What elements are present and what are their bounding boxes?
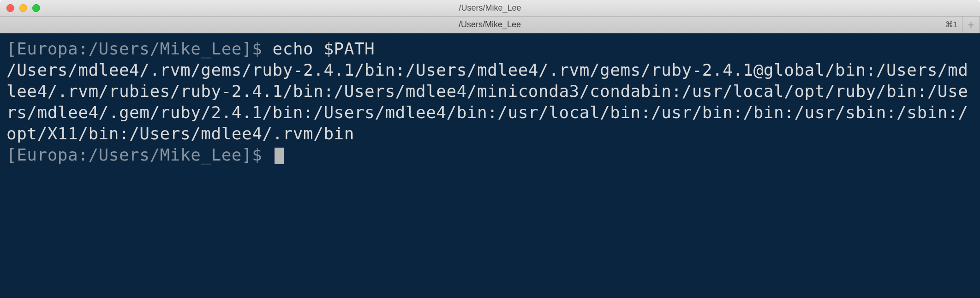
terminal-content[interactable]: [Europa:/Users/Mike_Lee]$ echo $PATH /Us… bbox=[0, 33, 980, 298]
prompt-text: [Europa:/Users/Mike_Lee]$ bbox=[6, 39, 273, 58]
close-button[interactable] bbox=[6, 4, 14, 12]
terminal-window: /Users/Mike_Lee /Users/Mike_Lee ⌘1 + [Eu… bbox=[0, 0, 980, 298]
tab-label: /Users/Mike_Lee bbox=[459, 20, 521, 30]
cursor-block bbox=[275, 148, 284, 164]
tab-right-controls: ⌘1 + bbox=[945, 17, 980, 33]
window-title: /Users/Mike_Lee bbox=[0, 3, 980, 13]
plus-icon: + bbox=[968, 18, 974, 31]
prompt-text-2: [Europa:/Users/Mike_Lee]$ bbox=[6, 145, 273, 164]
tab-active[interactable]: /Users/Mike_Lee ⌘1 + bbox=[0, 17, 980, 33]
tab-shortcut-label: ⌘1 bbox=[945, 20, 957, 30]
maximize-button[interactable] bbox=[32, 4, 40, 12]
command-text: echo $PATH bbox=[273, 39, 375, 58]
minimize-button[interactable] bbox=[19, 4, 27, 12]
terminal-line-prompt: [Europa:/Users/Mike_Lee]$ bbox=[6, 144, 974, 166]
traffic-lights bbox=[6, 4, 40, 12]
terminal-line-command: [Europa:/Users/Mike_Lee]$ echo $PATH bbox=[6, 38, 974, 60]
window-titlebar[interactable]: /Users/Mike_Lee bbox=[0, 0, 980, 17]
terminal-line-output: /Users/mdlee4/.rvm/gems/ruby-2.4.1/bin:/… bbox=[6, 60, 974, 144]
tab-bar: /Users/Mike_Lee ⌘1 + bbox=[0, 17, 980, 33]
new-tab-button[interactable]: + bbox=[962, 17, 980, 33]
